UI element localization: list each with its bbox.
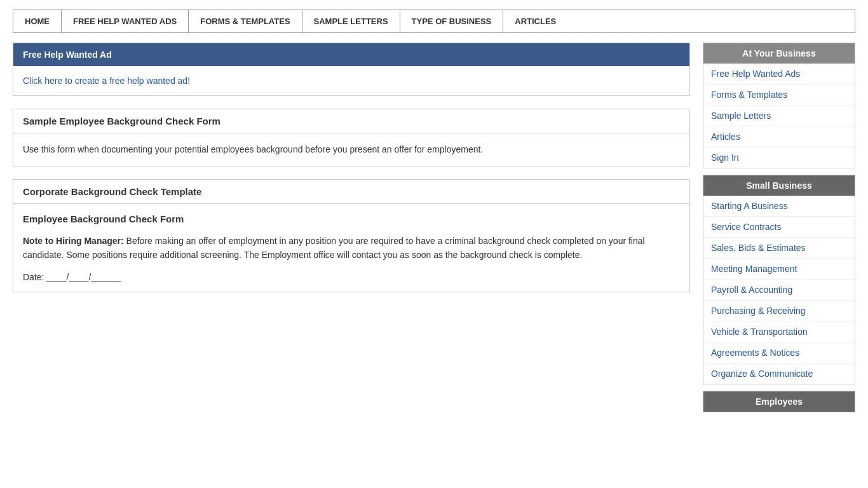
nav-sample-letters[interactable]: SAMPLE LETTERS [302, 10, 400, 32]
nav-free-help[interactable]: FREE HELP WANTED ADS [62, 10, 189, 32]
card3-date-line: Date: ____/____/______ [23, 272, 680, 282]
page-wrapper: Free Help Wanted Ad Click here to create… [13, 43, 855, 419]
sidebar-section-at-your-business: At Your Business Free Help Wanted Ads Fo… [703, 43, 855, 168]
card3-inner-title: Employee Background Check Form [23, 214, 680, 224]
sidebar-link-sample-letters[interactable]: Sample Letters [703, 105, 855, 126]
sidebar-link-agreements[interactable]: Agreements & Notices [703, 342, 855, 363]
card2-body: Use this form when documenting your pote… [13, 133, 689, 166]
card2-description: Use this form when documenting your pote… [23, 143, 680, 156]
note-label: Note to Hiring Manager: [23, 236, 124, 246]
card3-body: Employee Background Check Form Note to H… [13, 204, 689, 292]
sidebar-header-employees: Employees [703, 391, 855, 412]
nav-forms[interactable]: FORMS & TEMPLATES [189, 10, 302, 32]
sidebar-section-employees: Employees [703, 391, 855, 412]
sidebar-link-articles[interactable]: Articles [703, 126, 855, 147]
card3-header: Corporate Background Check Template [13, 180, 689, 204]
card2-header: Sample Employee Background Check Form [13, 109, 689, 133]
sidebar-link-meeting-management[interactable]: Meeting Management [703, 259, 855, 280]
sidebar-link-purchasing[interactable]: Purchasing & Receiving [703, 301, 855, 322]
card3-note: Note to Hiring Manager: Before making an… [23, 234, 680, 262]
card-background-check: Sample Employee Background Check Form Us… [13, 109, 690, 166]
sidebar-link-organize[interactable]: Organize & Communicate [703, 363, 855, 384]
nav-type-business[interactable]: TYPE OF BUSINESS [400, 10, 504, 32]
main-nav: HOME FREE HELP WANTED ADS FORMS & TEMPLA… [13, 10, 855, 33]
sidebar: At Your Business Free Help Wanted Ads Fo… [703, 43, 855, 419]
sidebar-link-service-contracts[interactable]: Service Contracts [703, 217, 855, 238]
nav-home[interactable]: HOME [13, 10, 62, 32]
sidebar-link-free-help-wanted[interactable]: Free Help Wanted Ads [703, 64, 855, 85]
sidebar-link-forms-templates[interactable]: Forms & Templates [703, 85, 855, 105]
create-ad-link[interactable]: Click here to create a free help wanted … [23, 76, 190, 86]
nav-articles[interactable]: ARTICLES [503, 10, 567, 32]
main-content: Free Help Wanted Ad Click here to create… [13, 43, 690, 305]
card1-body: Click here to create a free help wanted … [13, 66, 689, 95]
sidebar-section-small-business: Small Business Starting A Business Servi… [703, 175, 855, 384]
sidebar-link-sign-in[interactable]: Sign In [703, 147, 855, 168]
sidebar-link-starting-business[interactable]: Starting A Business [703, 196, 855, 217]
sidebar-header-small-business: Small Business [703, 175, 855, 196]
card1-header: Free Help Wanted Ad [13, 43, 689, 66]
sidebar-link-vehicle[interactable]: Vehicle & Transportation [703, 322, 855, 342]
sidebar-link-sales-bids[interactable]: Sales, Bids & Estimates [703, 238, 855, 259]
card-free-help-wanted: Free Help Wanted Ad Click here to create… [13, 43, 690, 96]
card-corporate-template: Corporate Background Check Template Empl… [13, 179, 690, 292]
sidebar-header-at-your-business: At Your Business [703, 43, 855, 64]
sidebar-link-payroll[interactable]: Payroll & Accounting [703, 280, 855, 301]
